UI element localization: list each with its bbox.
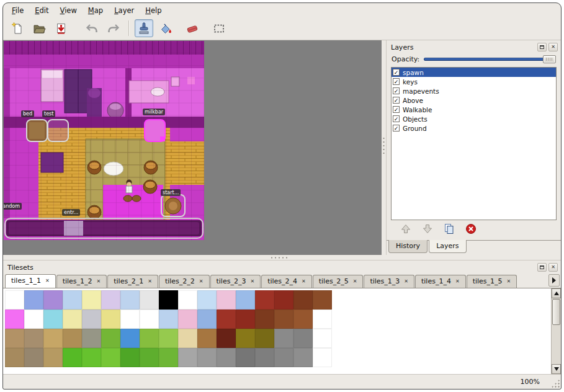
scroll-up-button[interactable] [552, 288, 561, 298]
tile-3-9[interactable] [178, 348, 197, 367]
tile-2-9[interactable] [178, 329, 197, 348]
rect-select-button[interactable] [210, 19, 228, 37]
tile-3-13[interactable] [255, 348, 274, 367]
layer-visibility-checkbox[interactable]: ✓ [393, 115, 400, 122]
layer-row-mapevents[interactable]: ✓mapevents [392, 86, 556, 96]
tile-1-9[interactable] [178, 310, 197, 329]
lower-layer-button[interactable] [421, 223, 434, 237]
tile-3-4[interactable] [82, 348, 101, 367]
tile-1-7[interactable] [140, 310, 159, 329]
layer-visibility-checkbox[interactable]: ✓ [393, 69, 400, 76]
tile-3-0[interactable] [5, 348, 24, 367]
duplicate-layer-button[interactable] [442, 223, 456, 237]
tileset-view[interactable] [3, 288, 561, 374]
layer-row-spawn[interactable]: ✓spawn [392, 68, 556, 77]
resize-grip[interactable] [551, 379, 560, 388]
layer-visibility-checkbox[interactable]: ✓ [393, 87, 400, 94]
tile-1-10[interactable] [197, 310, 217, 329]
tile-0-0[interactable] [5, 290, 24, 310]
tilesets-close-button[interactable]: ✕ [548, 263, 558, 272]
tile-2-10[interactable] [197, 329, 217, 348]
tile-1-0[interactable] [5, 310, 24, 329]
redo-button[interactable] [104, 19, 123, 37]
scroll-tabs-right-button[interactable] [548, 274, 560, 287]
tab-layers[interactable]: Layers [429, 240, 466, 253]
bucket-fill-button[interactable] [156, 19, 175, 37]
tile-1-14[interactable] [274, 310, 293, 329]
tileset-tab-tiles_2_5[interactable]: tiles_2_5✕ [313, 275, 364, 288]
vertical-splitter[interactable] [382, 40, 386, 255]
tile-2-5[interactable] [101, 329, 120, 348]
tile-1-2[interactable] [43, 310, 63, 329]
tileset-scrollbar[interactable] [551, 288, 561, 374]
tile-0-14[interactable] [274, 290, 293, 310]
tile-0-2[interactable] [43, 290, 63, 310]
layer-row-Walkable[interactable]: ✓Walkable [392, 105, 556, 114]
layers-float-button[interactable] [537, 43, 547, 51]
tile-3-11[interactable] [217, 348, 236, 367]
tile-0-8[interactable] [159, 290, 178, 310]
layer-row-keys[interactable]: ✓keys [392, 77, 556, 86]
tile-2-8[interactable] [159, 329, 178, 348]
tile-0-13[interactable] [255, 290, 274, 310]
menu-map[interactable]: Map [83, 5, 108, 16]
delete-layer-button[interactable] [464, 223, 478, 237]
close-icon[interactable]: ✕ [45, 278, 50, 283]
close-icon[interactable]: ✕ [404, 279, 408, 284]
tab-history[interactable]: History [388, 240, 427, 253]
close-icon[interactable]: ✕ [353, 279, 357, 284]
tile-0-4[interactable] [82, 290, 101, 310]
tile-0-5[interactable] [101, 290, 120, 310]
layers-close-button[interactable]: ✕ [548, 43, 558, 51]
tile-3-7[interactable] [140, 348, 159, 367]
tilesets-float-button[interactable] [537, 263, 547, 272]
tile-3-1[interactable] [24, 348, 43, 367]
tile-3-14[interactable] [274, 348, 293, 367]
raise-layer-button[interactable] [399, 223, 413, 237]
tile-1-15[interactable] [293, 310, 313, 329]
layer-row-Objects[interactable]: ✓Objects [392, 114, 556, 123]
layer-row-Ground[interactable]: ✓Ground [392, 123, 556, 133]
eraser-button[interactable] [183, 19, 202, 37]
tile-0-1[interactable] [24, 290, 43, 310]
close-icon[interactable]: ✕ [455, 279, 460, 284]
horizontal-splitter[interactable] [3, 255, 561, 260]
tile-1-16[interactable] [313, 310, 332, 329]
tile-2-16[interactable] [313, 329, 332, 348]
layer-visibility-checkbox[interactable]: ✓ [393, 97, 400, 104]
menu-edit[interactable]: Edit [30, 5, 53, 16]
tileset-tab-tiles_2_4[interactable]: tiles_2_4✕ [261, 275, 312, 288]
tile-0-10[interactable] [197, 290, 217, 310]
tileset-tab-tiles_2_3[interactable]: tiles_2_3✕ [210, 275, 261, 288]
tile-1-4[interactable] [82, 310, 101, 329]
save-map-button[interactable] [51, 19, 70, 37]
tile-1-3[interactable] [63, 310, 82, 329]
layer-visibility-checkbox[interactable]: ✓ [393, 78, 400, 85]
tile-3-12[interactable] [236, 348, 255, 367]
map-viewport[interactable]: bedtestmilkbarstart...randomentr... [3, 40, 382, 255]
tile-3-10[interactable] [197, 348, 217, 367]
tileset-tab-tiles_1_4[interactable]: tiles_1_4✕ [415, 275, 466, 288]
scrollbar-thumb[interactable] [552, 299, 560, 325]
tileset-tab-tiles_1_1[interactable]: tiles_1_1✕ [5, 274, 56, 288]
tile-0-3[interactable] [63, 290, 82, 310]
undo-button[interactable] [83, 19, 101, 37]
menu-view[interactable]: View [55, 5, 82, 16]
tile-0-6[interactable] [120, 290, 140, 310]
tile-1-1[interactable] [24, 310, 43, 329]
layer-visibility-checkbox[interactable]: ✓ [393, 106, 400, 113]
tile-2-13[interactable] [255, 329, 274, 348]
tile-3-8[interactable] [159, 348, 178, 367]
tileset-tab-tiles_1_2[interactable]: tiles_1_2✕ [56, 275, 107, 288]
tile-3-6[interactable] [120, 348, 140, 367]
tile-3-5[interactable] [101, 348, 120, 367]
tile-0-16[interactable] [313, 290, 332, 310]
tile-0-7[interactable] [140, 290, 159, 310]
tile-0-9[interactable] [178, 290, 197, 310]
tile-1-5[interactable] [101, 310, 120, 329]
tile-2-0[interactable] [5, 329, 24, 348]
menu-file[interactable]: File [7, 5, 29, 16]
close-icon[interactable]: ✕ [250, 279, 254, 284]
tileset-tab-tiles_1_3[interactable]: tiles_1_3✕ [364, 275, 414, 288]
tile-2-2[interactable] [43, 329, 63, 348]
